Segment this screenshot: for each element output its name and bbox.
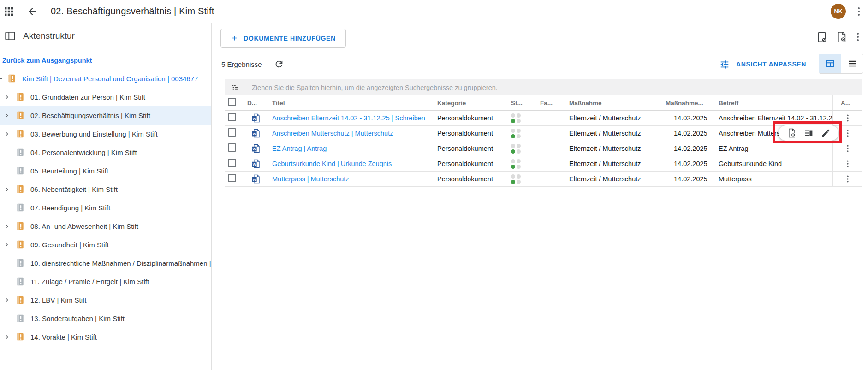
app-window: 02. Beschäftigungsverhältnis | Kim Stift… — [0, 0, 868, 370]
table-row[interactable]: Anschreiben Mutterschutz | Mutterschutz … — [225, 126, 862, 141]
column-header-betreff[interactable]: Betreff — [719, 100, 832, 107]
binder-icon — [16, 331, 25, 342]
row-checkbox[interactable] — [228, 143, 236, 152]
row-more-menu[interactable] — [843, 113, 852, 123]
refresh-icon[interactable] — [274, 59, 284, 69]
chevron-right-icon[interactable] — [4, 131, 11, 137]
select-all-checkbox[interactable] — [228, 98, 236, 106]
word-document-icon — [251, 174, 261, 184]
back-to-origin-link[interactable]: Zurück zum Ausgangspunkt — [2, 57, 92, 64]
chevron-right-icon[interactable] — [4, 241, 11, 248]
content-more-menu[interactable] — [855, 31, 861, 43]
tree-item-06[interactable]: 06. Nebentätigkeit | Kim Stift — [0, 180, 211, 198]
column-header-titel[interactable]: Titel — [272, 100, 437, 107]
row-more-menu[interactable] — [843, 159, 852, 168]
column-header-kategorie[interactable]: Kategorie — [437, 100, 511, 107]
status-dots — [511, 129, 521, 138]
tree-item-14[interactable]: 14. Vorakte | Kim Stift — [0, 328, 211, 346]
collapse-panel-icon[interactable] — [4, 30, 16, 42]
row-checkbox[interactable] — [228, 128, 236, 137]
document-preview-icon[interactable] — [836, 31, 847, 43]
table-row[interactable]: EZ Antrag | Antrag Personaldokument Elte… — [225, 141, 862, 156]
table-row[interactable]: Geburtsurkunde Kind | Urkunde Zeugnis Pe… — [225, 156, 862, 172]
document-title-link[interactable]: Anschreiben Mutterschutz | Mutterschutz — [272, 130, 437, 137]
column-header-massnahme[interactable]: Maßnahme — [569, 100, 666, 107]
document-link-icon[interactable] — [816, 31, 828, 43]
status-dots — [511, 113, 521, 123]
tree-item-10[interactable]: 10. dienstrechtliche Maßnahmen / Diszipl… — [0, 254, 211, 272]
tree-item-05[interactable]: 05. Beurteilung | Kim Stift — [0, 161, 211, 180]
binder-icon — [16, 128, 25, 139]
preview-document-icon[interactable] — [787, 128, 797, 138]
results-count: 5 Ergebnisse — [221, 60, 262, 68]
detail-view-icon[interactable] — [804, 128, 814, 138]
row-checkbox[interactable] — [228, 159, 236, 167]
chevron-right-icon[interactable] — [4, 112, 11, 119]
app-grid-icon[interactable] — [3, 6, 14, 17]
table-view-button[interactable] — [819, 54, 841, 73]
edit-pencil-icon[interactable] — [821, 128, 831, 138]
betreff-cell: Anschreiben Elternzeit 14.02 - 31.12.25 — [719, 114, 832, 122]
binder-icon — [16, 110, 25, 121]
column-header-fa[interactable]: Fa... — [540, 100, 569, 107]
chevron-right-icon[interactable] — [4, 186, 11, 193]
tree-item-label: 01. Grunddaten zur Person | Kim Stift — [30, 93, 145, 101]
topbar-more-menu[interactable] — [856, 6, 862, 18]
tree-item-12[interactable]: 12. LBV | Kim Stift — [0, 291, 211, 309]
betreff-cell: EZ Antrag — [719, 145, 832, 152]
tree-item-label: 10. dienstrechtliche Maßnahmen / Diszipl… — [30, 259, 211, 267]
tree-item-label: 12. LBV | Kim Stift — [30, 296, 86, 304]
table-row[interactable]: Mutterpass | Mutterschutz Personaldokume… — [225, 172, 862, 187]
massnahme-cell: Elternzeit / Mutterschutz — [569, 114, 666, 122]
status-dots — [511, 159, 521, 169]
row-more-menu[interactable] — [843, 174, 852, 184]
binder-icon — [7, 73, 17, 84]
tree-item-08[interactable]: 08. An- und Abwesenheit | Kim Stift — [0, 217, 211, 235]
tree-item-label: 13. Sonderaufgaben | Kim Stift — [30, 315, 125, 322]
tree-item-03[interactable]: 03. Bewerbung und Einstellung | Kim Stif… — [0, 125, 211, 143]
column-header-massnahme-datum[interactable]: Maßnahme... — [666, 100, 719, 107]
group-by-bar[interactable]: Ziehen Sie die Spalten hierhin, um die a… — [225, 79, 862, 95]
sidebar-title: Aktenstruktur — [23, 31, 75, 41]
tree-item-07[interactable]: 07. Beendigung | Kim Stift — [0, 198, 211, 217]
back-arrow-icon[interactable] — [27, 6, 38, 17]
column-header-status[interactable]: St... — [511, 100, 540, 107]
kategorie-cell: Personaldokument — [437, 160, 511, 167]
page-title: 02. Beschäftigungsverhältnis | Kim Stift — [51, 6, 214, 17]
tree-item-11[interactable]: 11. Zulage / Prämie / Entgelt | Kim Stif… — [0, 272, 211, 291]
collapse-icon[interactable] — [0, 78, 2, 79]
tree-item-09[interactable]: 09. Gesundheit | Kim Stift — [0, 235, 211, 254]
document-title-link[interactable]: EZ Antrag | Antrag — [272, 145, 437, 152]
table-row[interactable]: Anschreiben Elternzeit 14.02 - 31.12.25 … — [225, 111, 862, 126]
avatar[interactable]: NK — [831, 4, 846, 19]
word-document-icon — [251, 128, 261, 138]
row-checkbox[interactable] — [228, 174, 236, 182]
tree-item-04[interactable]: 04. Personalentwicklung | Kim Stift — [0, 143, 211, 161]
document-title-link[interactable]: Geburtsurkunde Kind | Urkunde Zeugnis — [272, 160, 437, 167]
word-document-icon — [251, 159, 261, 169]
row-more-menu[interactable] — [843, 144, 852, 153]
massnahme-cell: Elternzeit / Mutterschutz — [569, 130, 666, 137]
chevron-right-icon[interactable] — [4, 223, 11, 230]
add-documents-button[interactable]: DOKUMENTE HINZUFÜGEN — [220, 29, 346, 48]
row-checkbox[interactable] — [228, 113, 236, 121]
tree-root-item[interactable]: Kim Stift | Dezernat Personal und Organi… — [0, 69, 211, 88]
tree-item-02-selected[interactable]: 02. Beschäftigungsverhältnis | Kim Stift — [0, 106, 211, 125]
tree-item-label: 03. Bewerbung und Einstellung | Kim Stif… — [30, 130, 158, 138]
tree-item-01[interactable]: 01. Grunddaten zur Person | Kim Stift — [0, 88, 211, 106]
chevron-right-icon[interactable] — [4, 334, 11, 340]
chevron-right-icon[interactable] — [4, 94, 11, 101]
documents-table: D... Titel Kategorie St... Fa... Maßnahm… — [225, 95, 862, 187]
customize-view-button[interactable]: ANSICHT ANPASSEN — [719, 59, 806, 69]
column-header-aktionen[interactable]: A... — [832, 95, 862, 110]
row-more-menu[interactable] — [843, 129, 852, 138]
document-title-link[interactable]: Anschreiben Elternzeit 14.02 - 31.12.25 … — [272, 114, 437, 122]
tree-item-13[interactable]: 13. Sonderaufgaben | Kim Stift — [0, 309, 211, 328]
massnahme-cell: Elternzeit / Mutterschutz — [569, 175, 666, 183]
column-header-dokument[interactable]: D... — [247, 100, 272, 107]
chevron-right-icon[interactable] — [4, 297, 11, 304]
document-title-link[interactable]: Mutterpass | Mutterschutz — [272, 175, 437, 183]
word-document-icon — [251, 143, 261, 154]
tree-item-label: 04. Personalentwicklung | Kim Stift — [30, 149, 137, 156]
list-view-button[interactable] — [841, 54, 863, 73]
